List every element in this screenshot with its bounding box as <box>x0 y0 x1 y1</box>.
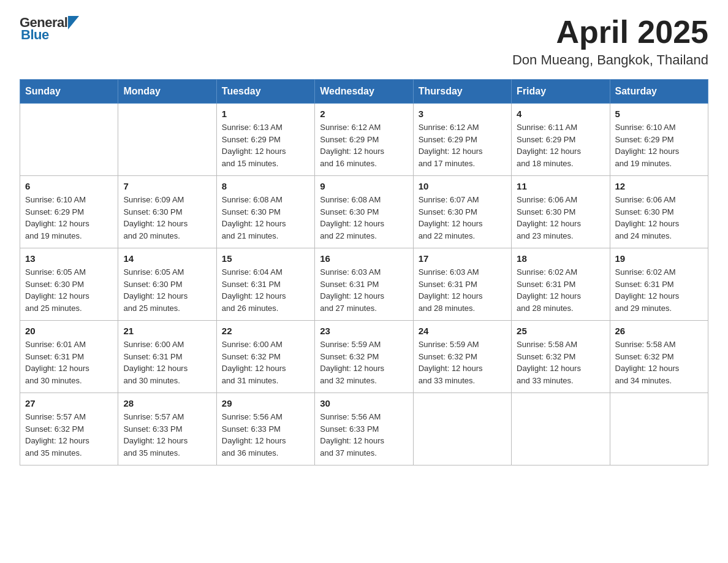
day-info: Sunrise: 6:12 AMSunset: 6:29 PMDaylight:… <box>320 121 408 169</box>
day-info: Sunrise: 6:01 AMSunset: 6:31 PMDaylight:… <box>25 339 113 386</box>
day-number: 5 <box>615 109 703 119</box>
day-info: Sunrise: 5:59 AMSunset: 6:32 PMDaylight:… <box>320 339 408 386</box>
calendar-cell: 9Sunrise: 6:08 AMSunset: 6:30 PMDaylight… <box>315 176 413 248</box>
calendar-cell: 11Sunrise: 6:06 AMSunset: 6:30 PMDayligh… <box>512 176 610 248</box>
day-number: 7 <box>123 181 211 191</box>
day-info: Sunrise: 6:02 AMSunset: 6:31 PMDaylight:… <box>615 266 703 314</box>
calendar-cell: 27Sunrise: 5:57 AMSunset: 6:32 PMDayligh… <box>20 393 118 465</box>
day-number: 24 <box>419 326 506 336</box>
day-number: 18 <box>517 253 604 264</box>
day-info: Sunrise: 6:13 AMSunset: 6:29 PMDaylight:… <box>222 121 309 169</box>
calendar-cell: 23Sunrise: 5:59 AMSunset: 6:32 PMDayligh… <box>315 321 413 393</box>
calendar-cell: 12Sunrise: 6:06 AMSunset: 6:30 PMDayligh… <box>610 176 708 248</box>
day-number: 6 <box>25 181 113 191</box>
day-info: Sunrise: 6:03 AMSunset: 6:31 PMDaylight:… <box>320 266 408 314</box>
logo: General Blue <box>20 15 79 43</box>
title-block: April 2025 Don Mueang, Bangkok, Thailand <box>512 15 708 68</box>
weekday-header-friday: Friday <box>512 80 610 104</box>
day-info: Sunrise: 6:10 AMSunset: 6:29 PMDaylight:… <box>615 121 703 169</box>
day-number: 14 <box>123 253 211 264</box>
day-info: Sunrise: 5:56 AMSunset: 6:33 PMDaylight:… <box>222 411 309 459</box>
calendar-cell: 16Sunrise: 6:03 AMSunset: 6:31 PMDayligh… <box>315 248 413 321</box>
day-info: Sunrise: 6:09 AMSunset: 6:30 PMDaylight:… <box>123 194 211 242</box>
day-number: 9 <box>320 181 408 191</box>
calendar-cell: 8Sunrise: 6:08 AMSunset: 6:30 PMDaylight… <box>216 176 314 248</box>
calendar-cell <box>610 393 708 465</box>
weekday-header-tuesday: Tuesday <box>216 80 314 104</box>
calendar-cell <box>413 393 511 465</box>
calendar-cell: 20Sunrise: 6:01 AMSunset: 6:31 PMDayligh… <box>20 321 118 393</box>
calendar-table: SundayMondayTuesdayWednesdayThursdayFrid… <box>20 79 708 465</box>
day-number: 3 <box>419 109 506 119</box>
day-number: 17 <box>419 253 506 264</box>
page-title: April 2025 <box>512 15 708 50</box>
calendar-cell: 25Sunrise: 5:58 AMSunset: 6:32 PMDayligh… <box>512 321 610 393</box>
calendar-cell <box>118 104 216 176</box>
svg-marker-0 <box>68 16 79 29</box>
day-number: 23 <box>320 326 408 336</box>
day-info: Sunrise: 5:56 AMSunset: 6:33 PMDaylight:… <box>320 411 408 459</box>
weekday-header-sunday: Sunday <box>20 80 118 104</box>
day-number: 20 <box>25 326 113 336</box>
calendar-cell <box>20 104 118 176</box>
calendar-week-row: 20Sunrise: 6:01 AMSunset: 6:31 PMDayligh… <box>20 321 708 393</box>
calendar-cell: 21Sunrise: 6:00 AMSunset: 6:31 PMDayligh… <box>118 321 216 393</box>
day-number: 16 <box>320 253 408 264</box>
day-info: Sunrise: 6:05 AMSunset: 6:30 PMDaylight:… <box>25 266 113 314</box>
calendar-cell: 10Sunrise: 6:07 AMSunset: 6:30 PMDayligh… <box>413 176 511 248</box>
calendar-cell: 15Sunrise: 6:04 AMSunset: 6:31 PMDayligh… <box>216 248 314 321</box>
day-info: Sunrise: 6:04 AMSunset: 6:31 PMDaylight:… <box>222 266 309 314</box>
calendar-cell: 22Sunrise: 6:00 AMSunset: 6:32 PMDayligh… <box>216 321 314 393</box>
day-info: Sunrise: 6:08 AMSunset: 6:30 PMDaylight:… <box>222 194 309 242</box>
calendar-cell: 30Sunrise: 5:56 AMSunset: 6:33 PMDayligh… <box>315 393 413 465</box>
calendar-cell: 26Sunrise: 5:58 AMSunset: 6:32 PMDayligh… <box>610 321 708 393</box>
logo-blue: Blue <box>21 27 49 43</box>
day-info: Sunrise: 6:11 AMSunset: 6:29 PMDaylight:… <box>517 121 604 169</box>
day-info: Sunrise: 6:06 AMSunset: 6:30 PMDaylight:… <box>615 194 703 242</box>
day-number: 27 <box>25 398 113 408</box>
day-number: 21 <box>123 326 211 336</box>
day-info: Sunrise: 6:00 AMSunset: 6:31 PMDaylight:… <box>123 339 211 386</box>
day-number: 25 <box>517 326 604 336</box>
day-number: 22 <box>222 326 309 336</box>
calendar-week-row: 6Sunrise: 6:10 AMSunset: 6:29 PMDaylight… <box>20 176 708 248</box>
day-info: Sunrise: 6:07 AMSunset: 6:30 PMDaylight:… <box>419 194 506 242</box>
day-info: Sunrise: 6:08 AMSunset: 6:30 PMDaylight:… <box>320 194 408 242</box>
calendar-cell: 24Sunrise: 5:59 AMSunset: 6:32 PMDayligh… <box>413 321 511 393</box>
day-number: 15 <box>222 253 309 264</box>
calendar-cell: 3Sunrise: 6:12 AMSunset: 6:29 PMDaylight… <box>413 104 511 176</box>
day-info: Sunrise: 6:12 AMSunset: 6:29 PMDaylight:… <box>419 121 506 169</box>
day-number: 13 <box>25 253 113 264</box>
day-info: Sunrise: 6:06 AMSunset: 6:30 PMDaylight:… <box>517 194 604 242</box>
day-number: 26 <box>615 326 703 336</box>
calendar-cell: 18Sunrise: 6:02 AMSunset: 6:31 PMDayligh… <box>512 248 610 321</box>
calendar-cell: 5Sunrise: 6:10 AMSunset: 6:29 PMDaylight… <box>610 104 708 176</box>
day-number: 2 <box>320 109 408 119</box>
day-info: Sunrise: 6:02 AMSunset: 6:31 PMDaylight:… <box>517 266 604 314</box>
calendar-cell: 29Sunrise: 5:56 AMSunset: 6:33 PMDayligh… <box>216 393 314 465</box>
day-number: 10 <box>419 181 506 191</box>
day-number: 11 <box>517 181 604 191</box>
calendar-week-row: 13Sunrise: 6:05 AMSunset: 6:30 PMDayligh… <box>20 248 708 321</box>
calendar-cell: 6Sunrise: 6:10 AMSunset: 6:29 PMDaylight… <box>20 176 118 248</box>
weekday-header-thursday: Thursday <box>413 80 511 104</box>
day-info: Sunrise: 5:57 AMSunset: 6:33 PMDaylight:… <box>123 411 211 459</box>
calendar-week-row: 1Sunrise: 6:13 AMSunset: 6:29 PMDaylight… <box>20 104 708 176</box>
day-number: 4 <box>517 109 604 119</box>
day-number: 28 <box>123 398 211 408</box>
weekday-header-wednesday: Wednesday <box>315 80 413 104</box>
day-info: Sunrise: 6:03 AMSunset: 6:31 PMDaylight:… <box>419 266 506 314</box>
weekday-header-monday: Monday <box>118 80 216 104</box>
day-info: Sunrise: 6:10 AMSunset: 6:29 PMDaylight:… <box>25 194 113 242</box>
day-number: 29 <box>222 398 309 408</box>
day-info: Sunrise: 6:00 AMSunset: 6:32 PMDaylight:… <box>222 339 309 386</box>
calendar-cell: 28Sunrise: 5:57 AMSunset: 6:33 PMDayligh… <box>118 393 216 465</box>
day-info: Sunrise: 5:58 AMSunset: 6:32 PMDaylight:… <box>517 339 604 386</box>
day-number: 19 <box>615 253 703 264</box>
day-number: 8 <box>222 181 309 191</box>
calendar-cell: 7Sunrise: 6:09 AMSunset: 6:30 PMDaylight… <box>118 176 216 248</box>
calendar-cell: 2Sunrise: 6:12 AMSunset: 6:29 PMDaylight… <box>315 104 413 176</box>
calendar-cell: 14Sunrise: 6:05 AMSunset: 6:30 PMDayligh… <box>118 248 216 321</box>
day-number: 12 <box>615 181 703 191</box>
calendar-header-row: SundayMondayTuesdayWednesdayThursdayFrid… <box>20 80 708 104</box>
